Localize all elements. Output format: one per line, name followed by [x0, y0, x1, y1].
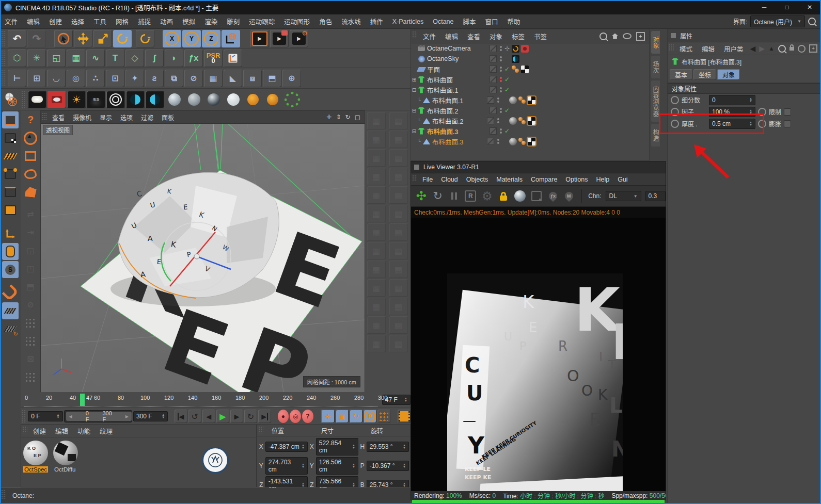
modeling-palette-icon[interactable]: ▦: [367, 316, 386, 334]
range-right-icon[interactable]: ▶: [125, 414, 129, 419]
texture-tag-icon[interactable]: [521, 66, 529, 73]
snap-magnet-button[interactable]: [2, 284, 19, 301]
menu-motion-tracker[interactable]: 运动跟踪: [244, 14, 279, 29]
modeling-palette-icon[interactable]: ▦: [367, 149, 386, 167]
octane-scatter-button[interactable]: [283, 91, 302, 108]
attr-forward-icon[interactable]: ▶: [759, 44, 765, 53]
mograph-matrix-button[interactable]: ✳: [27, 50, 46, 67]
texture-tag-icon[interactable]: [528, 96, 535, 104]
visibility-dots[interactable]: [500, 77, 502, 82]
expand-arrows-button[interactable]: ✦: [125, 70, 144, 87]
lightning-funnel-button[interactable]: ◣: [224, 70, 242, 87]
timeline-ruler[interactable]: 0 20 40 60 80 100 120 140 160 180 200 22…: [24, 394, 378, 407]
modeling-palette-icon[interactable]: ▦: [389, 112, 408, 129]
crossed-square-button[interactable]: ⊠: [22, 350, 39, 367]
expand-icon[interactable]: ⊞: [411, 77, 417, 83]
restart-render-icon[interactable]: ↻: [432, 189, 444, 203]
modeling-palette-icon[interactable]: ▦: [389, 205, 408, 222]
visibility-dots[interactable]: [500, 128, 502, 134]
attr-menu-mode[interactable]: 模式: [675, 41, 697, 56]
material-tag-icon[interactable]: [512, 66, 519, 73]
cubes-merge-button[interactable]: ⬒: [263, 70, 281, 87]
model-mode-button[interactable]: [2, 111, 19, 128]
live-selection-tool[interactable]: [54, 30, 73, 47]
om-menu-bookmarks[interactable]: 书签: [529, 29, 551, 44]
object-row-cloth-surface-2[interactable]: ⊟ 布料曲面.2 ✓: [411, 105, 649, 116]
object-row-cloth-surface-3[interactable]: ⊟ 布料曲面.3 ✓: [411, 126, 649, 136]
render-view[interactable]: KEKEUPRITOOKCU—YLENKEEP KEEP CURIOSITYKE…: [411, 218, 666, 491]
texture-mode-button[interactable]: [2, 129, 19, 147]
visibility-dots[interactable]: [497, 118, 499, 123]
modeling-palette-icon[interactable]: ▦: [389, 298, 408, 315]
modeling-palette-icon[interactable]: ▦: [367, 186, 386, 204]
next-frame-button[interactable]: ▶: [230, 410, 243, 423]
vp-menu-filter[interactable]: 过滤: [137, 111, 157, 123]
hierarchy-tool-button[interactable]: ⊢: [8, 70, 26, 87]
minimize-button[interactable]: ─: [753, 1, 776, 14]
size-x-field[interactable]: 522.854 cm▲▼: [316, 438, 358, 456]
mat-menu-create[interactable]: 创建: [28, 424, 51, 438]
modeling-palette-icon[interactable]: ▦: [389, 149, 408, 167]
sphere-restrict-button[interactable]: ⊘: [184, 70, 203, 87]
cup-object-button[interactable]: ◡: [47, 70, 66, 87]
material-ball-2[interactable]: [185, 91, 203, 108]
texture-preview-tag-icon[interactable]: [509, 117, 517, 125]
modeling-palette-icon[interactable]: ▦: [389, 186, 408, 204]
viewport-grip[interactable]: [42, 112, 47, 121]
workplane-mode-button[interactable]: [2, 148, 19, 165]
maximize-button[interactable]: □: [776, 1, 798, 14]
enable-state[interactable]: ✓: [503, 127, 511, 135]
om-add-icon[interactable]: +: [636, 32, 645, 41]
key-rotation-toggle[interactable]: ↻: [350, 410, 362, 423]
position-x-field[interactable]: -47.387 cm▲▼: [265, 442, 308, 452]
lv-menu-gui[interactable]: Gui: [613, 174, 631, 185]
modeling-palette-icon[interactable]: ▦: [389, 335, 408, 352]
polygons-mode-button[interactable]: [2, 202, 19, 219]
cube-shuffle-button[interactable]: ⧉: [165, 70, 183, 87]
modeling-palette-icon[interactable]: ▦: [389, 316, 408, 334]
torus-rings-button[interactable]: ◎: [67, 70, 85, 87]
viewport-navigation-button[interactable]: [2, 243, 19, 260]
object-row-cloth-surface[interactable]: ⊞ 布料曲面 ✓: [411, 74, 649, 85]
vp-menu-panel[interactable]: 面板: [157, 111, 178, 123]
layer-box[interactable]: [487, 117, 494, 124]
cube-primitive-button[interactable]: ⬒: [22, 278, 39, 295]
bridge-tool-button[interactable]: ⇥: [22, 224, 39, 241]
inner-extrude-button[interactable]: ◳: [22, 260, 39, 277]
vp-rotate-icon[interactable]: ↻: [345, 113, 351, 121]
octane-target-light-button[interactable]: [106, 91, 125, 108]
lv-menu-options[interactable]: Options: [561, 174, 592, 185]
render-settings-button[interactable]: ▶⚙: [290, 30, 308, 47]
attr-new-icon[interactable]: +: [809, 44, 817, 53]
object-row-cloth-surface-1[interactable]: ⊟ 布料曲面.1 ✓: [411, 85, 649, 95]
toolbar-grip[interactable]: [1, 50, 6, 66]
sphere-primitive-button[interactable]: ⊘: [22, 296, 39, 313]
dot-grid-panel-1[interactable]: [22, 314, 39, 331]
polygon-selection-button[interactable]: [22, 184, 39, 201]
mograph-text-button[interactable]: T: [106, 50, 124, 67]
attr-up-icon[interactable]: ▲: [768, 45, 775, 52]
mat-menu-function[interactable]: 功能: [73, 424, 95, 438]
content-browser-globe[interactable]: [1, 91, 20, 108]
frame-range-slider[interactable]: ◀0 F300 F▶: [64, 410, 132, 422]
modeling-palette-icon[interactable]: ▦: [367, 261, 386, 278]
layer-box[interactable]: [490, 55, 497, 62]
vp-menu-camera[interactable]: 摄像机: [69, 111, 96, 123]
menu-octane[interactable]: Octane: [428, 15, 458, 28]
key-scale-toggle[interactable]: ▣: [336, 410, 349, 423]
capsule-target-button[interactable]: ⊕: [282, 70, 301, 87]
play-button[interactable]: ▶: [216, 410, 229, 423]
om-search-icon[interactable]: [599, 32, 607, 40]
viewport-scene[interactable]: K E E P: [41, 124, 365, 392]
modeling-palette-icon[interactable]: ▦: [367, 168, 386, 185]
keyframe-knob[interactable]: [671, 96, 679, 104]
om-menu-file[interactable]: 文件: [418, 29, 440, 44]
scatter-tree-1[interactable]: [244, 91, 262, 108]
mograph-tracer-button[interactable]: ∿: [86, 50, 105, 67]
object-row-cloth-mesh-3[interactable]: └ 布料曲面.3: [411, 136, 649, 147]
menu-snap[interactable]: 捕捉: [133, 14, 155, 29]
gamma-field[interactable]: 0.3: [645, 191, 666, 201]
menu-simulate[interactable]: 模拟: [178, 14, 200, 29]
menu-mesh[interactable]: 网格: [111, 14, 133, 29]
material-ball-1[interactable]: [165, 91, 184, 108]
